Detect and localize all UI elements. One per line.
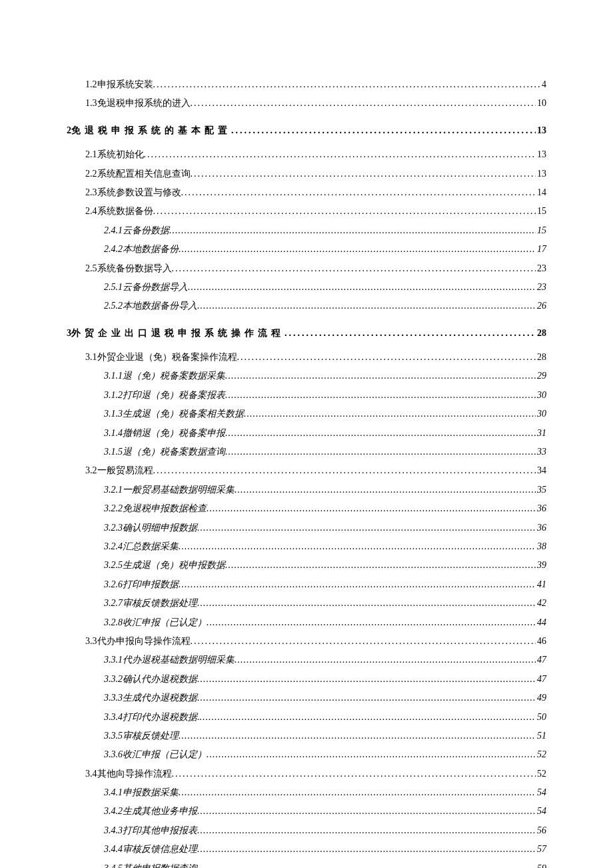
toc-entry: 2.5.2 本地数据备份导入 26 [67,299,546,313]
toc-entry: 1.2 申报系统安装 4 [67,77,546,92]
toc-page: 42 [536,596,546,611]
toc-page: 31 [536,426,546,441]
toc-leader [197,596,536,611]
toc-page: 50 [536,710,546,725]
toc-entry: 3.4 其他向导操作流程 52 [67,767,546,781]
toc-leader [197,823,536,838]
toc-title: 生成其他业务申报 [123,804,197,819]
table-of-contents: 1.2 申报系统安装 41.3 免退税申报系统的进入 102 免退税申报系统的基… [67,77,546,868]
toc-title: 打印其他申报报表 [123,823,197,838]
toc-number: 2.5 [85,261,97,276]
toc-title: 退（免）税备案数据查询 [123,445,225,459]
toc-number: 3.3.3 [104,691,123,705]
toc-leader [207,747,536,762]
toc-title: 系统数据备份 [97,204,153,219]
toc-title: 打印代办退税数据. [123,710,200,725]
toc-entry: 3.1.3 生成退（免）税备案相关数据 30 [67,407,546,421]
toc-title: 收汇申报（已认定） [123,747,207,762]
toc-title: 系统初始化 [97,147,144,162]
toc-page: 54 [536,804,546,819]
toc-page: 56 [536,823,546,838]
toc-leader [207,501,536,516]
toc-entry: 3.1.5 退（免）税备案数据查询 33 [67,445,546,459]
toc-leader [172,261,536,276]
toc-number: 2.5.1 [104,280,123,295]
toc-leader [197,861,536,868]
toc-title: 生成退（免）税申报数据 [123,558,225,573]
toc-entry: 3.2.1 一般贸易基础数据明细采集 35 [67,483,546,497]
toc-leader [153,77,541,92]
toc-page: 30 [536,407,546,421]
toc-leader [225,445,536,459]
toc-page: 15 [536,204,546,219]
toc-leader [235,483,536,497]
toc-number: 3 [67,326,71,341]
toc-title: 免退税申报数据检查 [123,501,207,516]
toc-page: 30 [536,388,546,403]
toc-title: 云备份数据导入 [123,280,188,295]
toc-leader [231,123,536,138]
toc-title: 退（免）税备案数据采集 [123,369,225,383]
toc-number: 3.3.1 [104,653,123,667]
toc-leader [225,558,536,573]
toc-page: 4 [540,77,546,92]
toc-leader [179,577,536,592]
toc-entry: 3.3.3 生成代办退税数据 49 [67,691,546,705]
toc-entry: 3.2.8 收汇申报（已认定） 44 [67,615,546,630]
toc-leader [285,326,536,341]
toc-page: 47 [536,672,546,687]
toc-leader [235,653,536,667]
toc-number: 3.3.2 [104,672,123,687]
toc-number: 2.1 [85,147,97,162]
toc-entry: 3.1.4 撤销退（免）税备案申报 31 [67,426,546,441]
toc-title: 代办退税基础数据明细采集 [123,653,235,667]
toc-title: 汇总数据采集 [123,539,179,554]
toc-entry: 3.2 一般贸易流程 34 [67,463,546,478]
toc-leader [169,223,536,238]
toc-entry: 3.1.2 打印退（免）税备案报表 30 [67,388,546,403]
toc-page: 47 [536,653,546,667]
toc-page: 35 [536,483,546,497]
toc-leader [207,615,536,630]
toc-leader [188,280,536,295]
toc-page: 54 [536,785,546,800]
toc-leader [181,185,536,200]
toc-entry: 3.2.2 免退税申报数据检查 36 [67,501,546,516]
toc-number: 2.4.2 [104,242,123,257]
toc-entry: 3.3.4 打印代办退税数据. 50 [67,710,546,725]
toc-leader [237,350,536,365]
toc-title: 本地数据备份 [123,242,179,257]
toc-number: 3.1.1 [104,369,123,383]
toc-number: 2.2 [85,167,97,181]
toc-number: 3.2.4 [104,539,123,554]
toc-number: 3.2.1 [104,483,123,497]
toc-page: 26 [536,299,546,313]
toc-entry: 2.2 系统配置相关信息查询 13 [67,167,546,181]
toc-title: 其他向导操作流程 [97,767,172,781]
toc-number: 3.4.1 [104,785,123,800]
toc-entry: 3.3.5 审核反馈处理 51 [67,729,546,743]
toc-leader [225,388,536,403]
toc-title: 确认代办退税数据 [123,672,197,687]
toc-entry: 2.4.1 云备份数据 15 [67,223,546,238]
toc-entry: 3.2.3 确认明细申报数据 36 [67,521,546,535]
toc-leader [197,672,536,687]
toc-number: 2.4 [85,204,97,219]
toc-title: 审核反馈处理 [123,729,179,743]
toc-number: 3.2.7 [104,596,123,611]
toc-number: 3.3 [85,634,97,649]
toc-number: 2.5.2 [104,299,123,313]
toc-title: 生成代办退税数据 [123,691,197,705]
toc-page: 13 [536,123,546,138]
toc-title: 免退税申报系统的基本配置 [71,123,231,138]
toc-title: 代办申报向导操作流程 [97,634,191,649]
toc-entry: 2.5 系统备份数据导入 23 [67,261,546,276]
toc-title: 收汇申报（已认定） [123,615,207,630]
toc-number: 1.2 [85,77,97,92]
toc-page: 17 [536,242,546,257]
toc-entry: 2 免退税申报系统的基本配置13 [67,123,546,138]
toc-entry: 3 外贸企业出口退税申报系统操作流程28 [67,326,546,341]
toc-number: 3.4.2 [104,804,123,819]
toc-page: 51 [536,729,546,743]
toc-title: 一般贸易流程 [97,463,153,478]
